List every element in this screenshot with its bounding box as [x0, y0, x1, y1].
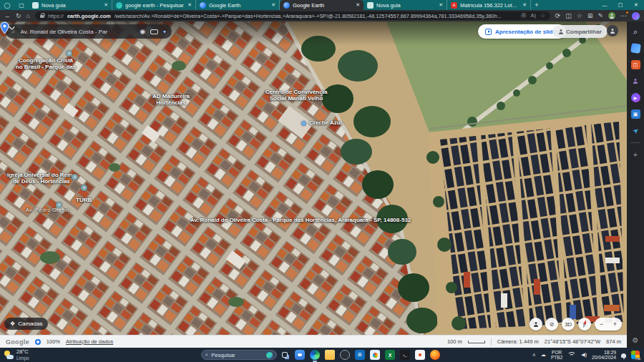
3d-toggle-button[interactable]: 3D	[562, 318, 575, 331]
close-tab-icon[interactable]: ✕	[187, 2, 192, 8]
new-tab-button[interactable]: +	[531, 0, 542, 10]
collections-icon[interactable]: ⊞	[587, 12, 593, 19]
share-label: Compartilhar	[566, 29, 602, 35]
profile-avatar[interactable]	[608, 12, 615, 19]
tab-label: google earth - Pesquisar	[125, 2, 185, 9]
zoom-in-button[interactable]: +	[613, 321, 617, 328]
close-window-button[interactable]: ✕	[628, 0, 644, 10]
layers-button[interactable]: ❖ Camadas	[4, 318, 48, 330]
tab-matricula-pdf[interactable]: A Matrícula 156.322 Lote 19 A C... ✕	[447, 0, 531, 10]
placemark-pin-icon[interactable]	[0, 21, 9, 34]
paint-app-icon[interactable]	[415, 350, 425, 360]
lock-icon[interactable]	[40, 15, 44, 19]
read-aloud-icon[interactable]: A)	[531, 12, 537, 19]
copilot-icon[interactable]	[632, 12, 640, 20]
favorites-icon[interactable]: ☆	[577, 12, 582, 19]
browser-app-icon[interactable]	[430, 350, 440, 360]
workspaces-icon[interactable]: ◯	[0, 0, 14, 10]
clock-app-icon[interactable]	[340, 350, 350, 360]
earth-icon	[200, 2, 206, 9]
school-poi-icon[interactable]	[301, 121, 306, 126]
sidebar-divider	[630, 142, 640, 143]
sidebar-add-icon[interactable]: +	[631, 150, 640, 160]
taskbar-search-box[interactable]: ⌕ Pesquisar	[201, 350, 277, 360]
maximize-button[interactable]: ▢	[613, 0, 628, 10]
close-tab-icon[interactable]: ✕	[522, 2, 527, 8]
church-icon[interactable]: +	[72, 174, 78, 180]
tab-nova-guia-2[interactable]: Nova guia ✕	[364, 0, 447, 10]
weather-widget[interactable]: 28°C Limpo	[0, 349, 34, 360]
window-controls: — ▢ ✕	[597, 0, 644, 10]
volume-icon[interactable]: ◀)	[581, 352, 587, 358]
compass-button[interactable]	[578, 318, 591, 331]
translate-icon[interactable]: ⓐ	[521, 12, 527, 19]
close-tab-icon[interactable]: ✕	[439, 2, 443, 8]
sidebar-games-icon[interactable]: ▶	[631, 93, 640, 102]
task-view-icon[interactable]	[282, 352, 288, 358]
split-screen-icon[interactable]: ◫	[565, 12, 572, 19]
account-avatar[interactable]	[607, 25, 618, 36]
close-tab-icon[interactable]: ✕	[271, 2, 275, 8]
divider	[491, 338, 492, 346]
tab-label: Nova guia	[376, 2, 436, 9]
sync-icon[interactable]: ⟳	[555, 12, 561, 19]
address-bar[interactable]: https://earth.google.com/web/search/Av.+…	[35, 11, 550, 20]
earth-search-bar[interactable]: ⌕ Av. Ronald de Oliveira Costa - Par ◉ ▾	[6, 24, 172, 39]
slideshow-icon	[485, 29, 492, 35]
chat-app-icon[interactable]	[295, 350, 305, 360]
measure-icon[interactable]	[150, 29, 158, 34]
home-icon[interactable]: ⌂	[26, 12, 30, 19]
close-tab-icon[interactable]: ✕	[356, 2, 360, 8]
coordinates: 21°48'15"S 48°07'42"W	[545, 338, 600, 345]
share-button[interactable]: Compartilhar	[552, 25, 608, 38]
sidebar-drop-icon[interactable]: ➤	[629, 124, 642, 137]
add-placemark-icon[interactable]: ◉	[140, 28, 145, 35]
web-capture-icon[interactable]: ✎	[597, 12, 603, 19]
street-view-pegman-button[interactable]	[530, 318, 542, 331]
copilot-preview-icon[interactable]	[631, 351, 640, 359]
back-icon[interactable]: ←	[4, 12, 11, 19]
church-icon[interactable]: +	[66, 50, 72, 57]
refresh-icon[interactable]: ↻	[16, 12, 21, 19]
tab-google-earth-active[interactable]: Google Earth ✕	[280, 0, 364, 10]
chevron-down-icon[interactable]: ▾	[163, 29, 166, 35]
map-label-madureira: AD MadureiraHortências	[141, 93, 201, 106]
excel-app-icon[interactable]: X	[385, 350, 395, 360]
church-icon[interactable]: +	[81, 185, 87, 191]
tab-google-earth-1[interactable]: Google Earth ✕	[196, 0, 280, 10]
onedrive-icon[interactable]: ☁	[541, 352, 546, 358]
store-app-icon[interactable]: ⊞	[355, 350, 365, 360]
close-tab-icon[interactable]: ✕	[104, 2, 108, 8]
tray-date: 20/04/2024	[592, 355, 616, 360]
favorite-star-icon[interactable]: ☆	[540, 12, 545, 19]
terminal-app-icon[interactable]: ›_	[400, 350, 410, 360]
file-explorer-icon[interactable]	[325, 350, 335, 360]
clock-date[interactable]: 18:2920/04/2024	[592, 350, 616, 361]
toggle-photos-button[interactable]: ⊘	[545, 318, 558, 331]
sidebar-settings-gear-icon[interactable]: ⚙	[631, 336, 640, 345]
sidebar-shopping-icon[interactable]	[630, 43, 641, 54]
sidebar-search-icon[interactable]: ⌕	[631, 27, 640, 36]
browser-tab-bar: ◯ ▢ Nova guia ✕ google earth - Pesquisar…	[0, 0, 644, 10]
settings-menu-icon[interactable]: ⋯	[620, 12, 627, 19]
tab-nova-guia-1[interactable]: Nova guia ✕	[29, 0, 112, 10]
data-attribution-link[interactable]: Atribuição de dados	[66, 338, 113, 345]
satellite-map[interactable]: ⌕ Av. Ronald de Oliveira Costa - Par ◉ ▾…	[0, 21, 627, 335]
vertical-tabs-icon[interactable]: ▢	[14, 0, 29, 10]
sidebar-designer-icon[interactable]: ▣	[631, 109, 640, 119]
minimize-button[interactable]: —	[597, 0, 613, 10]
search-value[interactable]: Av. Ronald de Oliveira Costa - Par	[21, 29, 135, 35]
edge-app-icon[interactable]	[310, 350, 320, 360]
notifications-bell-icon[interactable]	[621, 353, 626, 358]
sidebar-tools-icon[interactable]: ◫	[631, 60, 640, 69]
language-indicator[interactable]: PORPTB2	[551, 350, 562, 360]
wifi-icon[interactable]	[567, 352, 576, 358]
search-label: Pesquisar	[211, 352, 235, 358]
zoom-out-button[interactable]: −	[600, 321, 603, 328]
tray-overflow-icon[interactable]: ∧	[532, 352, 536, 358]
photos-app-icon[interactable]	[370, 350, 380, 360]
sidebar-microsoft365-icon[interactable]	[631, 77, 640, 86]
tab-bing-search[interactable]: google earth - Pesquisar ✕	[112, 0, 196, 10]
url-scheme: https://	[48, 13, 64, 19]
pdf-icon: A	[451, 2, 457, 9]
